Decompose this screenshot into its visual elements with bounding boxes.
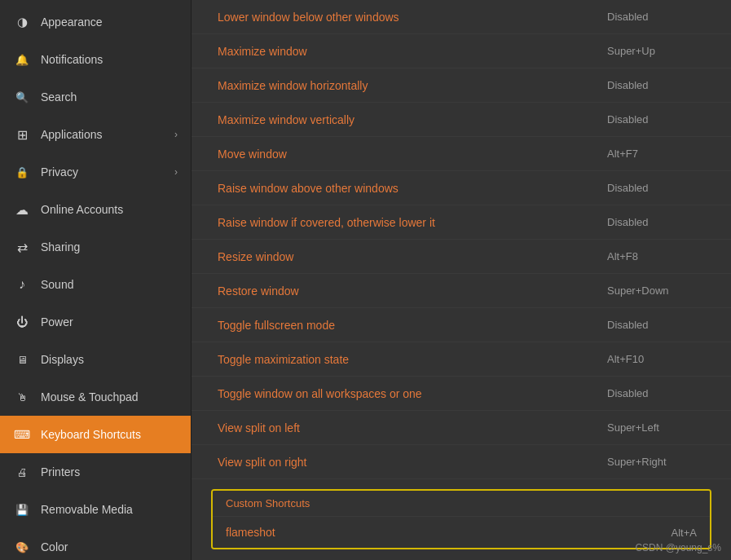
shortcut-row[interactable]: Resize windowAlt+F8 xyxy=(192,240,731,274)
sidebar-item-power[interactable]: Power xyxy=(0,303,191,341)
color-icon xyxy=(13,538,31,556)
custom-shortcuts-header: Custom Shortcuts xyxy=(213,491,710,517)
shortcut-key: Disabled xyxy=(607,182,705,194)
custom-shortcuts-section: Custom ShortcutsflameshotAlt+A xyxy=(211,489,711,549)
sidebar: AppearanceNotificationsSearchApplication… xyxy=(0,0,192,560)
shortcut-name: Raise window if covered, otherwise lower… xyxy=(218,216,607,229)
keyboard-icon xyxy=(13,426,31,443)
shortcut-row[interactable]: Toggle window on all workspaces or oneDi… xyxy=(192,377,731,411)
sidebar-item-color[interactable]: Color xyxy=(0,528,191,560)
printers-icon xyxy=(13,463,31,481)
shortcut-key: Alt+F8 xyxy=(607,250,705,262)
chevron-right-icon: › xyxy=(174,166,178,178)
shortcut-key: Alt+F10 xyxy=(607,353,705,365)
sidebar-item-keyboard-shortcuts[interactable]: Keyboard Shortcuts xyxy=(0,416,191,453)
watermark: CSDN @young_s% xyxy=(635,542,721,553)
applications-icon xyxy=(13,126,31,143)
shortcut-name: Toggle window on all workspaces or one xyxy=(218,387,607,400)
shortcut-row[interactable]: Toggle maximization stateAlt+F10 xyxy=(192,342,731,377)
privacy-icon xyxy=(13,163,31,181)
shortcut-key: Alt+F7 xyxy=(607,148,705,160)
shortcut-key: Disabled xyxy=(607,113,705,126)
removable-icon xyxy=(13,500,31,518)
mouse-icon xyxy=(13,388,31,406)
shortcut-name: View split on right xyxy=(218,456,607,469)
sidebar-item-sound[interactable]: Sound xyxy=(0,266,191,303)
shortcut-name: Maximize window vertically xyxy=(218,113,607,126)
shortcut-row[interactable]: Raise window if covered, otherwise lower… xyxy=(192,205,731,240)
sidebar-item-label-displays: Displays xyxy=(41,353,178,366)
shortcut-key: Disabled xyxy=(607,216,705,228)
shortcut-row[interactable]: View split on rightSuper+Right xyxy=(192,445,731,479)
shortcut-name: Move window xyxy=(218,148,607,161)
sidebar-item-label-appearance: Appearance xyxy=(41,15,178,29)
custom-shortcut-key: Alt+A xyxy=(672,527,697,539)
shortcut-row[interactable]: Move windowAlt+F7 xyxy=(192,137,731,171)
sidebar-item-label-privacy: Privacy xyxy=(41,165,174,179)
sidebar-item-notifications[interactable]: Notifications xyxy=(0,41,191,78)
sidebar-item-privacy[interactable]: Privacy› xyxy=(0,153,191,191)
sidebar-item-label-power: Power xyxy=(41,315,178,329)
shortcut-name: Toggle maximization state xyxy=(218,353,607,366)
sidebar-item-label-search: Search xyxy=(41,90,178,104)
shortcut-name: View split on left xyxy=(218,421,607,434)
shortcut-name: Maximize window xyxy=(218,45,607,58)
power-icon xyxy=(13,313,31,331)
sidebar-item-search[interactable]: Search xyxy=(0,78,191,116)
appearance-icon xyxy=(13,13,31,31)
sidebar-item-label-notifications: Notifications xyxy=(41,53,178,66)
sidebar-item-displays[interactable]: Displays xyxy=(0,341,191,378)
shortcut-name: Toggle fullscreen mode xyxy=(218,319,607,332)
shortcut-key: Super+Up xyxy=(607,45,705,57)
shortcut-row[interactable]: Raise window above other windowsDisabled xyxy=(192,171,731,205)
sidebar-item-label-sound: Sound xyxy=(41,278,178,291)
sidebar-item-appearance[interactable]: Appearance xyxy=(0,3,191,41)
displays-icon xyxy=(13,351,31,368)
shortcut-key: Disabled xyxy=(607,79,705,91)
sidebar-item-label-color: Color xyxy=(41,540,178,553)
shortcut-row[interactable]: View split on leftSuper+Left xyxy=(192,411,731,445)
shortcut-key: Disabled xyxy=(607,11,705,23)
sharing-icon xyxy=(13,238,31,256)
shortcut-key: Disabled xyxy=(607,319,705,331)
shortcut-row[interactable]: Maximize window verticallyDisabled xyxy=(192,103,731,137)
search-icon xyxy=(13,88,31,106)
custom-shortcut-name: flameshot xyxy=(226,526,672,539)
shortcut-name: Restore window xyxy=(218,284,607,298)
shortcut-row[interactable]: Toggle fullscreen modeDisabled xyxy=(192,308,731,342)
shortcut-name: Maximize window horizontally xyxy=(218,79,607,92)
sidebar-item-label-printers: Printers xyxy=(41,465,178,478)
sidebar-item-removable-media[interactable]: Removable Media xyxy=(0,491,191,528)
shortcut-row[interactable]: Maximize window horizontallyDisabled xyxy=(192,68,731,103)
chevron-right-icon: › xyxy=(174,129,178,140)
shortcut-name: Lower window below other windows xyxy=(218,11,607,24)
sidebar-item-label-keyboard-shortcuts: Keyboard Shortcuts xyxy=(41,428,178,441)
shortcut-name: Resize window xyxy=(218,250,607,263)
shortcut-key: Super+Right xyxy=(607,456,705,468)
shortcut-row[interactable]: Lower window below other windowsDisabled xyxy=(192,0,731,34)
sidebar-item-label-mouse-touchpad: Mouse & Touchpad xyxy=(41,390,178,403)
shortcut-name: Raise window above other windows xyxy=(218,182,607,195)
sound-icon xyxy=(13,276,31,293)
sidebar-item-label-applications: Applications xyxy=(41,128,174,141)
sidebar-item-label-removable-media: Removable Media xyxy=(41,503,178,516)
shortcut-key: Super+Down xyxy=(607,284,705,297)
sidebar-item-sharing[interactable]: Sharing xyxy=(0,228,191,266)
sidebar-item-mouse-touchpad[interactable]: Mouse & Touchpad xyxy=(0,378,191,416)
main-content: Lower window below other windowsDisabled… xyxy=(192,0,731,560)
shortcut-row[interactable]: Maximize windowSuper+Up xyxy=(192,34,731,68)
sidebar-item-printers[interactable]: Printers xyxy=(0,453,191,491)
sidebar-item-online-accounts[interactable]: Online Accounts xyxy=(0,191,191,228)
online-accounts-icon xyxy=(13,201,31,218)
shortcut-key: Disabled xyxy=(607,387,705,399)
sidebar-item-label-sharing: Sharing xyxy=(41,240,178,254)
shortcuts-list: Lower window below other windowsDisabled… xyxy=(192,0,731,479)
shortcut-row[interactable]: Restore windowSuper+Down xyxy=(192,274,731,308)
sidebar-item-applications[interactable]: Applications› xyxy=(0,116,191,153)
notifications-icon xyxy=(13,51,31,68)
shortcut-key: Super+Left xyxy=(607,421,705,434)
sidebar-item-label-online-accounts: Online Accounts xyxy=(41,203,178,216)
